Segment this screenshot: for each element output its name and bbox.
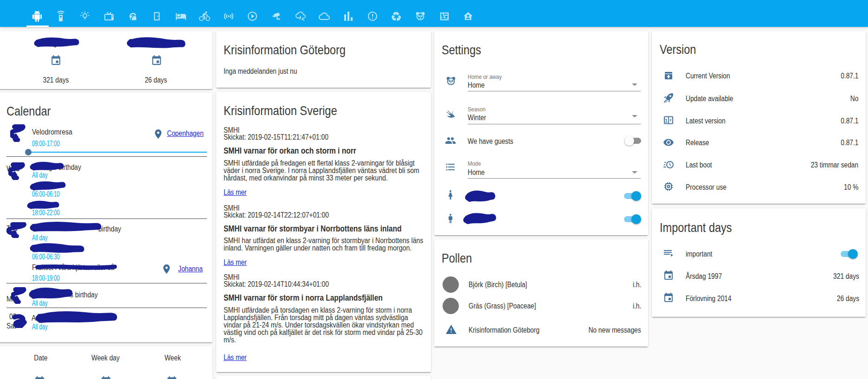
svg-text:1: 1 xyxy=(665,118,668,123)
